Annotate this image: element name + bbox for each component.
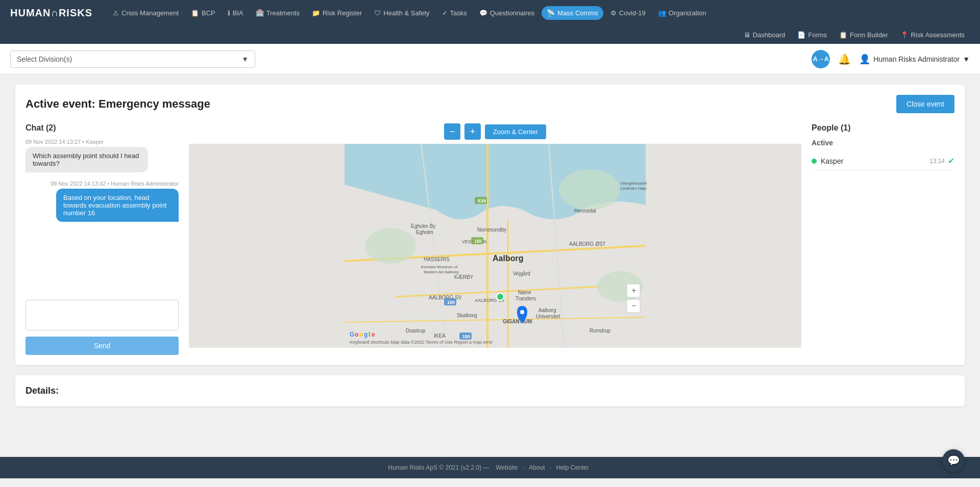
person-status-dot	[812, 159, 817, 164]
nav-items: ⚠ Crisis Management 📋 BCP ℹ BIA 🏥 Treatm…	[108, 6, 711, 20]
footer-link-website[interactable]: Website	[496, 464, 518, 471]
nav-item-treatments[interactable]: 🏥 Treatments	[251, 6, 305, 20]
svg-text:KÆRBY: KÆRBY	[454, 274, 474, 280]
event-title: Active event: Emergency message	[26, 97, 210, 111]
svg-point-9	[365, 228, 416, 264]
user-name: Human Risks Administrator	[873, 55, 960, 63]
header-right: A→A 🔔 👤 Human Risks Administrator ▼	[812, 50, 970, 68]
chat-text-1: Which assembly point should I head towar…	[33, 152, 139, 167]
nav-label-covid19: Covid-19	[619, 9, 646, 17]
footer-link-help[interactable]: Help Center	[556, 464, 589, 471]
user-info[interactable]: 👤 Human Risks Administrator ▼	[859, 54, 970, 65]
people-active-label: Active	[812, 139, 954, 147]
person-right: 13:14 ✔	[929, 156, 954, 166]
nav-label-questionnaires: Questionnaires	[490, 9, 534, 17]
nav-item-risk-assessments[interactable]: 📍 Risk Assessments	[895, 29, 970, 41]
chat-text-2: Based on your location, head towards eva…	[63, 194, 166, 217]
navbar: HUMAN∩RISKS ⚠ Crisis Management 📋 BCP ℹ …	[0, 0, 980, 44]
svg-point-8	[559, 169, 620, 210]
main-content: Active event: Emergency message Close ev…	[0, 74, 980, 457]
svg-text:Kunsten Museum of: Kunsten Museum of	[421, 265, 458, 269]
chat-messages: 09 Nov 2022 14:13:27 • Kasper Which asse…	[26, 139, 179, 292]
nav-item-dashboard[interactable]: 🖥 Dashboard	[739, 29, 791, 41]
svg-text:Keyboard shortcuts  Map data ©: Keyboard shortcuts Map data ©2022 Terms …	[350, 340, 493, 345]
nav-item-questionnaires[interactable]: 💬 Questionnaires	[474, 6, 540, 20]
person-row-kasper: Kasper 13:14 ✔	[812, 152, 954, 170]
nav-item-crisis-management[interactable]: ⚠ Crisis Management	[108, 6, 184, 20]
pin-icon: 📍	[900, 31, 909, 39]
nav-item-form-builder[interactable]: 📋 Form Builder	[834, 29, 893, 41]
svg-text:e: e	[372, 331, 375, 338]
nav-label-crisis-management: Crisis Management	[121, 9, 179, 17]
svg-text:Vejgård: Vejgård	[513, 271, 530, 276]
map-controls: − + Zoom & Center	[189, 123, 801, 140]
close-event-button[interactable]: Close event	[896, 95, 954, 113]
svg-text:g: g	[364, 331, 368, 338]
svg-text:Aalborg: Aalborg	[538, 307, 556, 313]
svg-text:Egholm: Egholm	[416, 229, 433, 235]
nav-item-organization[interactable]: 👥 Organization	[653, 6, 712, 20]
dashboard-icon: 🖥	[744, 31, 750, 39]
chat-input-area: Send	[26, 300, 179, 355]
org-icon: 👥	[658, 9, 666, 17]
footer-link-about[interactable]: About	[529, 464, 545, 471]
svg-text:Romdrup: Romdrup	[590, 328, 611, 334]
user-chevron-icon: ▼	[963, 55, 970, 63]
map-zoom-out-button[interactable]: −	[444, 123, 460, 140]
person-time: 13:14	[929, 158, 945, 165]
person-check-icon: ✔	[948, 156, 954, 166]
map-section: − + Zoom & Center	[189, 123, 801, 355]
notification-icon[interactable]: 🔔	[838, 53, 851, 65]
svg-text:Aalborg: Aalborg	[493, 254, 523, 263]
translate-badge[interactable]: A→A	[812, 50, 830, 68]
nav-item-bia[interactable]: ℹ BIA	[223, 6, 249, 20]
division-select[interactable]: Select Division(s) ▼	[10, 50, 255, 68]
folder-icon: 📁	[312, 9, 320, 17]
nav-item-mass-comms[interactable]: 📡 Mass Comms	[542, 6, 603, 20]
chevron-down-icon: ▼	[241, 55, 249, 63]
support-chat-button[interactable]: 💬	[942, 449, 965, 472]
nav-label-tasks: Tasks	[450, 9, 467, 17]
nav-label-health-safety: Health & Safety	[383, 9, 429, 17]
svg-text:−: −	[631, 301, 636, 310]
map-container[interactable]: Aalborg Egholm By Egholm Hennedal Hestes…	[189, 144, 801, 348]
user-icon: 👤	[859, 54, 870, 65]
svg-point-59	[520, 310, 524, 314]
svg-text:Skalborg: Skalborg	[457, 313, 477, 318]
chat-msg-time-1: 09 Nov 2022 14:13:27 • Kasper	[26, 139, 179, 145]
svg-text:Modern Art Aalborg: Modern Art Aalborg	[424, 270, 458, 274]
svg-text:o: o	[359, 331, 363, 338]
zoom-center-button[interactable]: Zoom & Center	[485, 124, 546, 139]
svg-text:Nørre: Nørre	[518, 290, 531, 295]
nav-item-tasks[interactable]: ✓ Tasks	[437, 6, 472, 20]
nav-item-risk-register[interactable]: 📁 Risk Register	[307, 6, 367, 20]
nav-item-health-safety[interactable]: 🛡 Health & Safety	[369, 6, 434, 20]
chat-section: Chat (2) 09 Nov 2022 14:13:27 • Kasper W…	[26, 123, 179, 355]
info-icon: ℹ	[228, 9, 230, 17]
footer: Human Risks ApS © 2021 (v2.2.0) — Websit…	[0, 457, 980, 478]
svg-text:Universitet: Universitet	[536, 314, 560, 319]
chat-msg-time-2: 09 Nov 2022 14:13:42 • Human Risks Admin…	[26, 181, 179, 187]
nav-item-bcp[interactable]: 📋 BCP	[186, 6, 220, 20]
broadcast-icon: 📡	[547, 9, 555, 17]
send-button[interactable]: Send	[26, 337, 179, 355]
svg-text:Vikingemuseet: Vikingemuseet	[620, 181, 647, 186]
svg-text:+: +	[631, 286, 636, 295]
svg-text:l: l	[369, 331, 370, 338]
nav-label-treatments: Treatments	[266, 9, 300, 17]
header-bar: Select Division(s) ▼ A→A 🔔 👤 Human Risks…	[0, 44, 980, 74]
chat-message-sent: 09 Nov 2022 14:13:42 • Human Risks Admin…	[26, 181, 179, 222]
forms-icon: 📄	[797, 31, 805, 39]
map-zoom-in-button[interactable]: +	[464, 123, 481, 140]
people-section: People (1) Active Kasper 13:14 ✔	[812, 123, 954, 355]
chat-bubble-sent-1: Based on your location, head towards eva…	[56, 189, 179, 222]
nav-item-forms[interactable]: 📄 Forms	[792, 29, 832, 41]
nav-item-covid19[interactable]: ⚙ Covid-19	[605, 6, 651, 20]
division-placeholder: Select Division(s)	[17, 55, 72, 63]
chat-message-received: 09 Nov 2022 14:13:27 • Kasper Which asse…	[26, 139, 179, 172]
chat-input[interactable]	[26, 300, 179, 330]
svg-text:HASSERIS: HASSERIS	[424, 257, 450, 262]
svg-text:Drastrup: Drastrup	[406, 328, 426, 334]
person-name: Kasper	[821, 157, 843, 165]
map-svg: Aalborg Egholm By Egholm Hennedal Hestes…	[189, 144, 801, 348]
